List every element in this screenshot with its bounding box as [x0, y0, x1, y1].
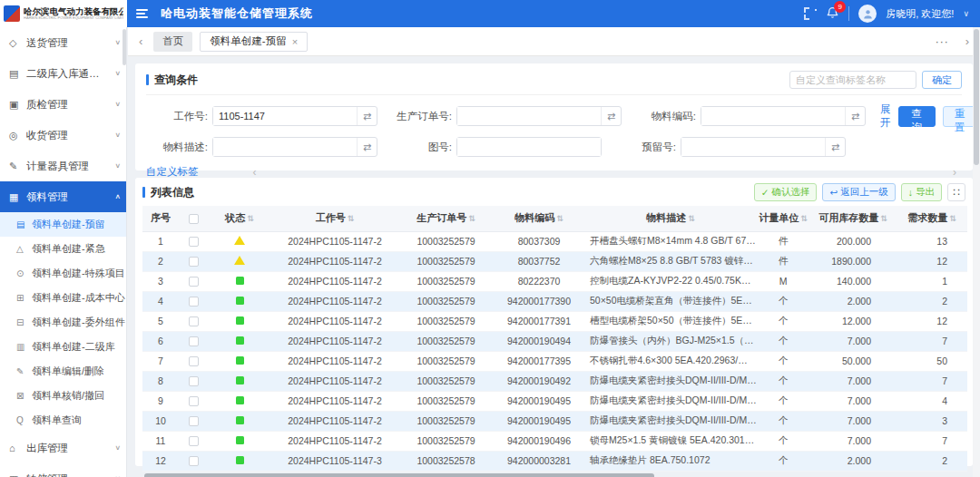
notification-badge: 9: [834, 1, 846, 13]
sidebar-item[interactable]: ◎收货管理∨: [0, 120, 126, 151]
column-header[interactable]: 可用库存数量⇅: [809, 206, 897, 231]
reset-button[interactable]: 重置: [943, 106, 977, 127]
sidebar-subitem[interactable]: △领料单创建-紧急: [0, 237, 126, 261]
expand-link[interactable]: 展开: [880, 102, 891, 130]
table-row[interactable]: 22024HPC1105-1147-21000325257980037752六角…: [142, 251, 967, 271]
sidebar-item[interactable]: ⌂出库管理∨: [0, 433, 126, 463]
custom-tag-name-input[interactable]: [789, 71, 916, 89]
row-checkbox[interactable]: [189, 416, 199, 426]
field-input[interactable]: [457, 107, 601, 125]
table-row[interactable]: 52024HPC1105-1147-2100032525799420001773…: [142, 311, 967, 331]
tab-active[interactable]: 领料单创建-预留×: [200, 32, 308, 52]
sidebar-item[interactable]: ▦领料管理∧: [0, 181, 126, 212]
row-checkbox[interactable]: [189, 257, 199, 267]
notification-bell[interactable]: 9: [826, 5, 839, 22]
row-checkbox[interactable]: [189, 237, 199, 247]
multi-select-icon[interactable]: ⇄: [601, 107, 621, 125]
sort-icon[interactable]: ⇅: [247, 214, 254, 223]
sort-icon[interactable]: ⇅: [880, 214, 887, 223]
sort-icon[interactable]: ⇅: [468, 214, 475, 223]
导出-button[interactable]: ↓导出: [901, 183, 942, 201]
confirm-tag-button[interactable]: 确定: [922, 71, 962, 89]
field-input[interactable]: [681, 138, 825, 156]
sidebar-subitem[interactable]: ▤领料单创建-预留: [0, 212, 126, 237]
search-button[interactable]: 查询: [898, 106, 936, 127]
row-checkbox[interactable]: [189, 277, 199, 287]
user-greeting[interactable]: 房晓明, 欢迎您!: [886, 7, 954, 21]
row-checkbox[interactable]: [189, 336, 199, 346]
tag-scroll-right-icon[interactable]: ›: [953, 166, 956, 179]
tabs-back-icon[interactable]: ‹: [135, 34, 146, 48]
table-row[interactable]: 62024HPC1105-1147-2100032525799420001904…: [142, 331, 967, 351]
column-header[interactable]: 计量单位⇅: [757, 206, 809, 231]
sidebar-subitem[interactable]: ⊙领料单创建-特殊项目: [0, 261, 126, 286]
table-row[interactable]: 42024HPC1105-1147-2100032525799420001773…: [142, 291, 967, 311]
table-row[interactable]: 72024HPC1105-1147-2100032525799420001773…: [142, 351, 967, 371]
确认选择-button[interactable]: ✓确认选择: [754, 183, 818, 201]
table-row[interactable]: 102024HPC1105-1147-210003252579942000190…: [142, 411, 967, 431]
row-checkbox[interactable]: [189, 436, 199, 446]
sort-icon[interactable]: ⇅: [949, 214, 956, 223]
multi-select-icon[interactable]: ⇄: [825, 138, 845, 156]
sidebar-menu: ◇送货管理∨▤二级库入库通知单∨▣质检管理∨◎收货管理∨✎计量器具管理∨▦领料管…: [0, 27, 126, 477]
sidebar-item[interactable]: ◇送货管理∨: [0, 27, 126, 58]
tag-scroll-left-icon[interactable]: ‹: [253, 166, 257, 179]
sidebar-item[interactable]: ▥转储管理∨: [0, 463, 126, 477]
row-checkbox[interactable]: [189, 396, 199, 406]
column-header[interactable]: 工作号⇅: [271, 206, 398, 231]
field-input[interactable]: [213, 107, 357, 125]
sidebar-subitem[interactable]: ⊟领料单创建-委外组件: [0, 310, 126, 335]
field-input[interactable]: [457, 138, 601, 156]
tab-close-icon[interactable]: ×: [292, 36, 298, 47]
row-checkbox[interactable]: [189, 297, 199, 307]
menu-collapse-icon[interactable]: [136, 9, 148, 18]
multi-select-icon[interactable]: ⇄: [845, 107, 865, 125]
column-header[interactable]: 生产订单号⇅: [398, 206, 494, 231]
row-checkbox[interactable]: [189, 376, 199, 386]
sidebar-subitem[interactable]: ✎领料单编辑/删除: [0, 359, 126, 384]
cell-order-no: 10003252579: [398, 351, 494, 371]
chevron-down-icon[interactable]: ∨: [963, 9, 969, 18]
table-row[interactable]: 12024HPC1105-1147-21000325257980037309开槽…: [142, 231, 967, 251]
select-all-checkbox[interactable]: [189, 214, 199, 224]
horizontal-scrollbar[interactable]: [144, 473, 654, 477]
tabs-more-button[interactable]: ···: [930, 35, 955, 48]
sidebar-subitem[interactable]: ⊠领料单核销/撤回: [0, 384, 126, 408]
row-checkbox[interactable]: [189, 316, 199, 326]
sidebar-item[interactable]: ▣质检管理∨: [0, 89, 126, 120]
custom-tag-link[interactable]: 自定义标签: [146, 165, 199, 179]
tabs-forward-icon[interactable]: ›: [962, 34, 973, 48]
sort-icon[interactable]: ⇅: [556, 214, 564, 223]
row-checkbox[interactable]: [189, 356, 199, 366]
page-scrollbar[interactable]: [974, 29, 979, 165]
table-row[interactable]: 122024HPC1105-1147-310003252578942000003…: [142, 451, 967, 471]
sidebar-subitem[interactable]: Q领料单查询: [0, 408, 126, 433]
column-header[interactable]: 物料描述⇅: [584, 206, 757, 231]
sort-icon[interactable]: ⇅: [348, 214, 355, 223]
field-input[interactable]: [701, 107, 845, 125]
sidebar-subitem[interactable]: ⊞领料单创建-成本中心: [0, 286, 126, 310]
sidebar-item[interactable]: ▤二级库入库通知单∨: [0, 58, 126, 89]
sidebar-subitem[interactable]: ▥领料单创建-二级库: [0, 335, 126, 359]
column-header[interactable]: 物料编码⇅: [494, 206, 584, 231]
table-row[interactable]: 92024HPC1105-1147-2100032525799420001904…: [142, 391, 967, 411]
column-header[interactable]: 需求数量⇅: [897, 206, 967, 231]
返回上一级-button[interactable]: ↩返回上一级: [822, 183, 895, 201]
tab-item[interactable]: 首页: [153, 32, 192, 52]
field-input[interactable]: [213, 138, 357, 156]
user-avatar[interactable]: [858, 5, 877, 23]
column-header[interactable]: 状态⇅: [208, 206, 271, 231]
row-checkbox[interactable]: [189, 456, 199, 466]
sort-icon[interactable]: ⇅: [800, 214, 808, 223]
sidebar-scrollbar[interactable]: [122, 29, 126, 65]
table-row[interactable]: 32024HPC1105-1147-21000325257980222370控制…: [142, 271, 967, 291]
table-row[interactable]: 82024HPC1105-1147-2100032525799420001904…: [142, 371, 967, 391]
column-settings-icon[interactable]: ∷: [947, 183, 965, 201]
table-row[interactable]: 112024HPC1105-1147-210003252579942000190…: [142, 431, 967, 451]
sidebar-item[interactable]: ✎计量器具管理∨: [0, 151, 126, 181]
sort-icon[interactable]: ⇅: [688, 214, 695, 223]
query-field: 图号:: [390, 137, 602, 157]
multi-select-icon[interactable]: ⇄: [357, 138, 377, 156]
multi-select-icon[interactable]: ⇄: [357, 107, 377, 125]
fullscreen-icon[interactable]: [804, 7, 817, 20]
